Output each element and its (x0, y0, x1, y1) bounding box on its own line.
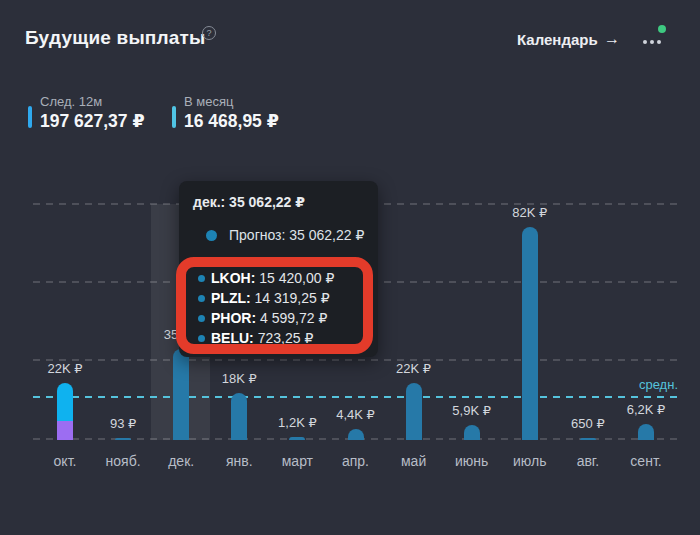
bar-value-label: 18K ₽ (197, 371, 281, 386)
bar-value-label: 4,4K ₽ (314, 407, 398, 422)
average-line-label: средн. (598, 377, 678, 392)
bar-segment (57, 383, 73, 421)
bar-июнь[interactable] (464, 425, 480, 440)
bar-value-label: 6,2K ₽ (604, 402, 688, 417)
average-line (33, 396, 678, 398)
annotation-highlight-red (176, 257, 373, 354)
tooltip-title: дек.: 35 062,22 ₽ (193, 194, 305, 210)
bar-дек[interactable] (173, 349, 189, 440)
bar-value-label: 82K ₽ (488, 205, 572, 220)
bar-янв[interactable] (231, 393, 247, 440)
bar-value-label: 5,9K ₽ (430, 403, 514, 418)
forecast-dot-icon (206, 230, 217, 241)
gridline (33, 359, 678, 361)
bar-value-label: 93 ₽ (81, 416, 165, 431)
tooltip-forecast: Прогноз: 35 062,22 ₽ (229, 227, 364, 243)
bar-май[interactable] (406, 383, 422, 440)
bar-value-label: 650 ₽ (546, 416, 630, 431)
future-payments-widget: Будущие выплаты ? Календарь → След. 12м … (0, 0, 700, 535)
bar-окт[interactable] (57, 383, 73, 440)
bar-value-label: 22K ₽ (23, 361, 107, 376)
bar-авг[interactable] (580, 438, 596, 440)
bar-сент[interactable] (638, 424, 654, 440)
x-axis-label: сент. (611, 453, 681, 469)
bar-март[interactable] (289, 437, 305, 440)
bar-нояб[interactable] (115, 438, 131, 440)
bar-segment (57, 421, 73, 440)
bar-июль[interactable] (522, 227, 538, 440)
bar-value-label: 22K ₽ (372, 361, 456, 376)
bar-апр[interactable] (348, 429, 364, 440)
